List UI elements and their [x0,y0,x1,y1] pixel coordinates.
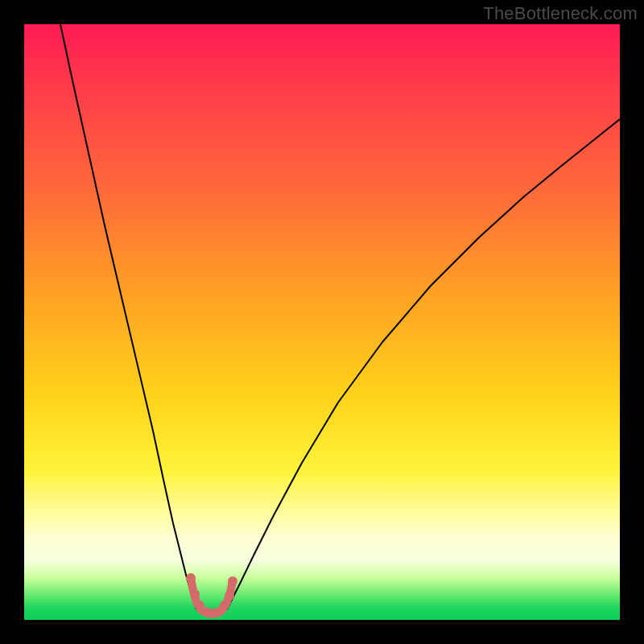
watermark-text: TheBottleneck.com [483,3,638,24]
chart-stage: TheBottleneck.com [0,0,644,644]
curve-layer [24,24,620,620]
marker-bottom-connector-dots [220,601,229,610]
marker-bottom-connector-dots [228,576,237,586]
marker-bottom-connector-dots [190,589,200,599]
series-right-branch [227,119,620,609]
marker-bottom-connector-dots [225,591,234,601]
series-group [60,24,620,618]
plot-area [24,24,620,620]
marker-bottom-connector-dots [186,573,196,583]
series-left-branch [60,24,196,609]
